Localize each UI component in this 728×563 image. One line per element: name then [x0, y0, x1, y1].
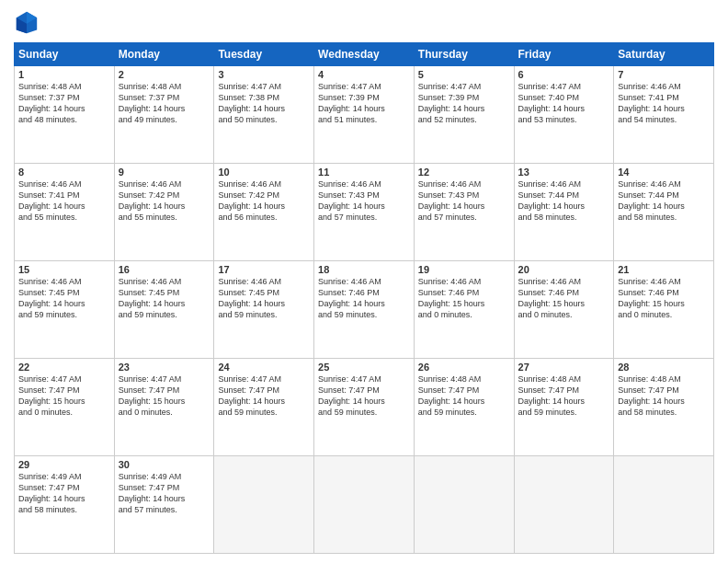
day-cell: [314, 456, 415, 554]
day-cell: 29Sunrise: 4:49 AM Sunset: 7:47 PM Dayli…: [15, 456, 115, 554]
day-number: 17: [218, 264, 310, 275]
day-number: 21: [618, 264, 710, 275]
day-cell: 6Sunrise: 4:47 AM Sunset: 7:40 PM Daylig…: [514, 66, 614, 164]
day-info: Sunrise: 4:46 AM Sunset: 7:41 PM Dayligh…: [18, 178, 110, 224]
day-number: 1: [18, 69, 110, 80]
day-cell: 10Sunrise: 4:46 AM Sunset: 7:42 PM Dayli…: [214, 164, 314, 261]
day-cell: 4Sunrise: 4:47 AM Sunset: 7:39 PM Daylig…: [314, 66, 415, 164]
day-number: 24: [218, 362, 310, 373]
day-number: 11: [318, 167, 410, 178]
header: [14, 9, 714, 35]
day-cell: 5Sunrise: 4:47 AM Sunset: 7:39 PM Daylig…: [414, 66, 514, 164]
day-info: Sunrise: 4:46 AM Sunset: 7:46 PM Dayligh…: [618, 276, 710, 321]
weekday-header-monday: Monday: [114, 43, 214, 66]
day-cell: 7Sunrise: 4:46 AM Sunset: 7:41 PM Daylig…: [614, 66, 714, 164]
day-info: Sunrise: 4:48 AM Sunset: 7:47 PM Dayligh…: [618, 373, 710, 419]
day-cell: 19Sunrise: 4:46 AM Sunset: 7:46 PM Dayli…: [414, 261, 514, 359]
day-number: 12: [418, 167, 510, 178]
day-info: Sunrise: 4:48 AM Sunset: 7:37 PM Dayligh…: [18, 81, 110, 126]
day-number: 7: [618, 69, 710, 80]
logo-icon: [14, 9, 40, 35]
weekday-header-tuesday: Tuesday: [214, 43, 314, 66]
weekday-header-thursday: Thursday: [414, 43, 514, 66]
day-info: Sunrise: 4:46 AM Sunset: 7:46 PM Dayligh…: [318, 276, 410, 321]
day-number: 27: [518, 362, 610, 373]
day-number: 20: [518, 264, 610, 275]
day-cell: 2Sunrise: 4:48 AM Sunset: 7:37 PM Daylig…: [114, 66, 214, 164]
day-number: 10: [218, 167, 310, 178]
day-number: 30: [119, 459, 210, 470]
day-info: Sunrise: 4:47 AM Sunset: 7:47 PM Dayligh…: [18, 373, 110, 419]
day-info: Sunrise: 4:47 AM Sunset: 7:38 PM Dayligh…: [218, 81, 310, 126]
day-cell: 24Sunrise: 4:47 AM Sunset: 7:47 PM Dayli…: [214, 359, 314, 456]
day-number: 16: [119, 264, 210, 275]
day-cell: 28Sunrise: 4:48 AM Sunset: 7:47 PM Dayli…: [614, 359, 714, 456]
day-number: 6: [518, 69, 610, 80]
day-number: 19: [418, 264, 510, 275]
week-row-2: 8Sunrise: 4:46 AM Sunset: 7:41 PM Daylig…: [15, 164, 714, 261]
day-info: Sunrise: 4:48 AM Sunset: 7:47 PM Dayligh…: [418, 373, 510, 419]
day-cell: 8Sunrise: 4:46 AM Sunset: 7:41 PM Daylig…: [15, 164, 115, 261]
day-info: Sunrise: 4:46 AM Sunset: 7:42 PM Dayligh…: [119, 178, 210, 224]
day-cell: 26Sunrise: 4:48 AM Sunset: 7:47 PM Dayli…: [414, 359, 514, 456]
day-info: Sunrise: 4:46 AM Sunset: 7:45 PM Dayligh…: [119, 276, 210, 321]
day-info: Sunrise: 4:47 AM Sunset: 7:47 PM Dayligh…: [218, 373, 310, 419]
day-number: 23: [119, 362, 210, 373]
day-number: 18: [318, 264, 410, 275]
day-cell: 9Sunrise: 4:46 AM Sunset: 7:42 PM Daylig…: [114, 164, 214, 261]
day-number: 22: [18, 362, 110, 373]
day-cell: 17Sunrise: 4:46 AM Sunset: 7:45 PM Dayli…: [214, 261, 314, 359]
day-number: 13: [518, 167, 610, 178]
day-cell: [514, 456, 614, 554]
day-cell: 25Sunrise: 4:47 AM Sunset: 7:47 PM Dayli…: [314, 359, 415, 456]
week-row-5: 29Sunrise: 4:49 AM Sunset: 7:47 PM Dayli…: [15, 456, 714, 554]
weekday-header-saturday: Saturday: [614, 43, 714, 66]
week-row-4: 22Sunrise: 4:47 AM Sunset: 7:47 PM Dayli…: [15, 359, 714, 456]
day-number: 29: [18, 459, 110, 470]
calendar-table: SundayMondayTuesdayWednesdayThursdayFrid…: [14, 42, 714, 554]
day-info: Sunrise: 4:46 AM Sunset: 7:46 PM Dayligh…: [418, 276, 510, 321]
day-cell: 13Sunrise: 4:46 AM Sunset: 7:44 PM Dayli…: [514, 164, 614, 261]
day-number: 5: [418, 69, 510, 80]
day-info: Sunrise: 4:46 AM Sunset: 7:45 PM Dayligh…: [18, 276, 110, 321]
logo: [14, 9, 43, 35]
day-info: Sunrise: 4:46 AM Sunset: 7:44 PM Dayligh…: [518, 178, 610, 224]
day-info: Sunrise: 4:49 AM Sunset: 7:47 PM Dayligh…: [119, 471, 210, 516]
day-number: 2: [119, 69, 210, 80]
day-info: Sunrise: 4:48 AM Sunset: 7:37 PM Dayligh…: [119, 81, 210, 126]
week-row-3: 15Sunrise: 4:46 AM Sunset: 7:45 PM Dayli…: [15, 261, 714, 359]
day-info: Sunrise: 4:47 AM Sunset: 7:40 PM Dayligh…: [518, 81, 610, 126]
day-cell: 15Sunrise: 4:46 AM Sunset: 7:45 PM Dayli…: [15, 261, 115, 359]
day-info: Sunrise: 4:49 AM Sunset: 7:47 PM Dayligh…: [18, 471, 110, 516]
day-cell: [414, 456, 514, 554]
day-info: Sunrise: 4:46 AM Sunset: 7:44 PM Dayligh…: [618, 178, 710, 224]
day-number: 3: [218, 69, 310, 80]
day-cell: 27Sunrise: 4:48 AM Sunset: 7:47 PM Dayli…: [514, 359, 614, 456]
day-info: Sunrise: 4:46 AM Sunset: 7:42 PM Dayligh…: [218, 178, 310, 224]
day-number: 8: [18, 167, 110, 178]
day-cell: 12Sunrise: 4:46 AM Sunset: 7:43 PM Dayli…: [414, 164, 514, 261]
day-number: 15: [18, 264, 110, 275]
day-cell: 22Sunrise: 4:47 AM Sunset: 7:47 PM Dayli…: [15, 359, 115, 456]
day-info: Sunrise: 4:46 AM Sunset: 7:43 PM Dayligh…: [418, 178, 510, 224]
day-cell: 11Sunrise: 4:46 AM Sunset: 7:43 PM Dayli…: [314, 164, 415, 261]
day-cell: 30Sunrise: 4:49 AM Sunset: 7:47 PM Dayli…: [114, 456, 214, 554]
weekday-header-row: SundayMondayTuesdayWednesdayThursdayFrid…: [15, 43, 714, 66]
day-cell: 1Sunrise: 4:48 AM Sunset: 7:37 PM Daylig…: [15, 66, 115, 164]
day-info: Sunrise: 4:46 AM Sunset: 7:41 PM Dayligh…: [618, 81, 710, 126]
day-number: 4: [318, 69, 410, 80]
day-info: Sunrise: 4:46 AM Sunset: 7:45 PM Dayligh…: [218, 276, 310, 321]
day-number: 9: [119, 167, 210, 178]
day-cell: [214, 456, 314, 554]
day-info: Sunrise: 4:47 AM Sunset: 7:47 PM Dayligh…: [119, 373, 210, 419]
day-cell: 20Sunrise: 4:46 AM Sunset: 7:46 PM Dayli…: [514, 261, 614, 359]
day-number: 25: [318, 362, 410, 373]
day-info: Sunrise: 4:47 AM Sunset: 7:39 PM Dayligh…: [318, 81, 410, 126]
day-cell: 18Sunrise: 4:46 AM Sunset: 7:46 PM Dayli…: [314, 261, 415, 359]
day-cell: 16Sunrise: 4:46 AM Sunset: 7:45 PM Dayli…: [114, 261, 214, 359]
day-cell: 23Sunrise: 4:47 AM Sunset: 7:47 PM Dayli…: [114, 359, 214, 456]
day-cell: 21Sunrise: 4:46 AM Sunset: 7:46 PM Dayli…: [614, 261, 714, 359]
day-info: Sunrise: 4:48 AM Sunset: 7:47 PM Dayligh…: [518, 373, 610, 419]
day-number: 26: [418, 362, 510, 373]
day-cell: 3Sunrise: 4:47 AM Sunset: 7:38 PM Daylig…: [214, 66, 314, 164]
